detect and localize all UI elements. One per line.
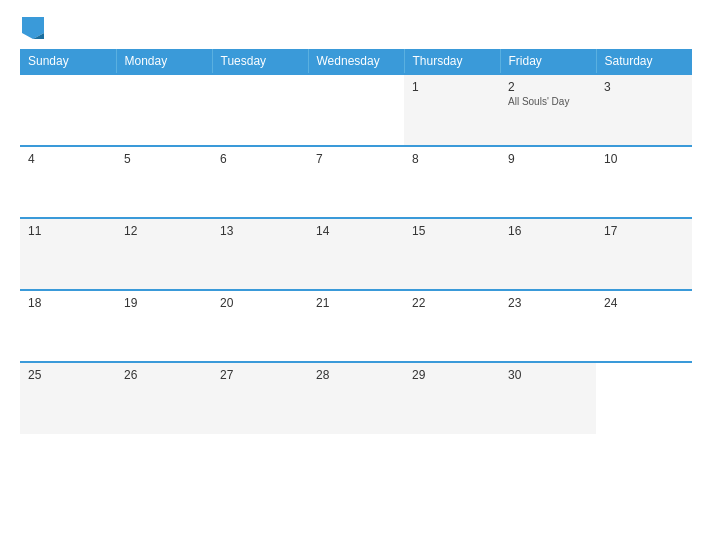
day-number: 10 <box>604 152 684 166</box>
day-number: 2 <box>508 80 588 94</box>
calendar-week-row: 12All Souls' Day3 <box>20 74 692 146</box>
day-number: 24 <box>604 296 684 310</box>
day-number: 1 <box>412 80 492 94</box>
calendar-cell: 1 <box>404 74 500 146</box>
calendar-cell: 25 <box>20 362 116 434</box>
calendar-cell: 8 <box>404 146 500 218</box>
calendar-week-row: 11121314151617 <box>20 218 692 290</box>
calendar-cell: 13 <box>212 218 308 290</box>
calendar-cell: 3 <box>596 74 692 146</box>
col-header-friday: Friday <box>500 49 596 74</box>
calendar-week-row: 18192021222324 <box>20 290 692 362</box>
day-number: 12 <box>124 224 204 238</box>
calendar-cell: 17 <box>596 218 692 290</box>
logo-icon <box>22 17 44 39</box>
logo <box>20 15 44 39</box>
calendar-cell: 22 <box>404 290 500 362</box>
calendar-cell: 12 <box>116 218 212 290</box>
day-number: 27 <box>220 368 300 382</box>
day-number: 23 <box>508 296 588 310</box>
col-header-wednesday: Wednesday <box>308 49 404 74</box>
calendar-cell: 10 <box>596 146 692 218</box>
calendar-cell: 26 <box>116 362 212 434</box>
day-number: 13 <box>220 224 300 238</box>
day-number: 4 <box>28 152 108 166</box>
day-number: 26 <box>124 368 204 382</box>
calendar-cell: 27 <box>212 362 308 434</box>
header <box>20 15 692 39</box>
day-number: 7 <box>316 152 396 166</box>
calendar-cell <box>20 74 116 146</box>
day-number: 18 <box>28 296 108 310</box>
calendar-cell: 30 <box>500 362 596 434</box>
day-number: 14 <box>316 224 396 238</box>
col-header-sunday: Sunday <box>20 49 116 74</box>
calendar-header-row: SundayMondayTuesdayWednesdayThursdayFrid… <box>20 49 692 74</box>
calendar-week-row: 252627282930 <box>20 362 692 434</box>
day-number: 29 <box>412 368 492 382</box>
calendar-cell: 29 <box>404 362 500 434</box>
calendar-cell: 9 <box>500 146 596 218</box>
holiday-label: All Souls' Day <box>508 96 588 107</box>
calendar-cell: 4 <box>20 146 116 218</box>
col-header-tuesday: Tuesday <box>212 49 308 74</box>
day-number: 22 <box>412 296 492 310</box>
day-number: 28 <box>316 368 396 382</box>
calendar-cell: 15 <box>404 218 500 290</box>
calendar-cell <box>596 362 692 434</box>
calendar-cell: 23 <box>500 290 596 362</box>
calendar-cell: 6 <box>212 146 308 218</box>
calendar-cell: 11 <box>20 218 116 290</box>
col-header-monday: Monday <box>116 49 212 74</box>
calendar-cell: 28 <box>308 362 404 434</box>
calendar-cell: 14 <box>308 218 404 290</box>
calendar-cell: 21 <box>308 290 404 362</box>
calendar-cell: 16 <box>500 218 596 290</box>
calendar-table: SundayMondayTuesdayWednesdayThursdayFrid… <box>20 49 692 434</box>
calendar-cell: 18 <box>20 290 116 362</box>
col-header-saturday: Saturday <box>596 49 692 74</box>
day-number: 30 <box>508 368 588 382</box>
day-number: 3 <box>604 80 684 94</box>
day-number: 8 <box>412 152 492 166</box>
col-header-thursday: Thursday <box>404 49 500 74</box>
calendar-cell: 19 <box>116 290 212 362</box>
day-number: 17 <box>604 224 684 238</box>
calendar-cell: 20 <box>212 290 308 362</box>
day-number: 25 <box>28 368 108 382</box>
calendar-cell: 2All Souls' Day <box>500 74 596 146</box>
day-number: 11 <box>28 224 108 238</box>
day-number: 20 <box>220 296 300 310</box>
calendar-cell <box>116 74 212 146</box>
calendar-week-row: 45678910 <box>20 146 692 218</box>
calendar-cell: 5 <box>116 146 212 218</box>
day-number: 16 <box>508 224 588 238</box>
calendar-cell: 7 <box>308 146 404 218</box>
day-number: 6 <box>220 152 300 166</box>
calendar-cell: 24 <box>596 290 692 362</box>
calendar-cell <box>212 74 308 146</box>
day-number: 15 <box>412 224 492 238</box>
calendar-page: SundayMondayTuesdayWednesdayThursdayFrid… <box>0 0 712 550</box>
calendar-cell <box>308 74 404 146</box>
day-number: 5 <box>124 152 204 166</box>
day-number: 19 <box>124 296 204 310</box>
day-number: 9 <box>508 152 588 166</box>
day-number: 21 <box>316 296 396 310</box>
